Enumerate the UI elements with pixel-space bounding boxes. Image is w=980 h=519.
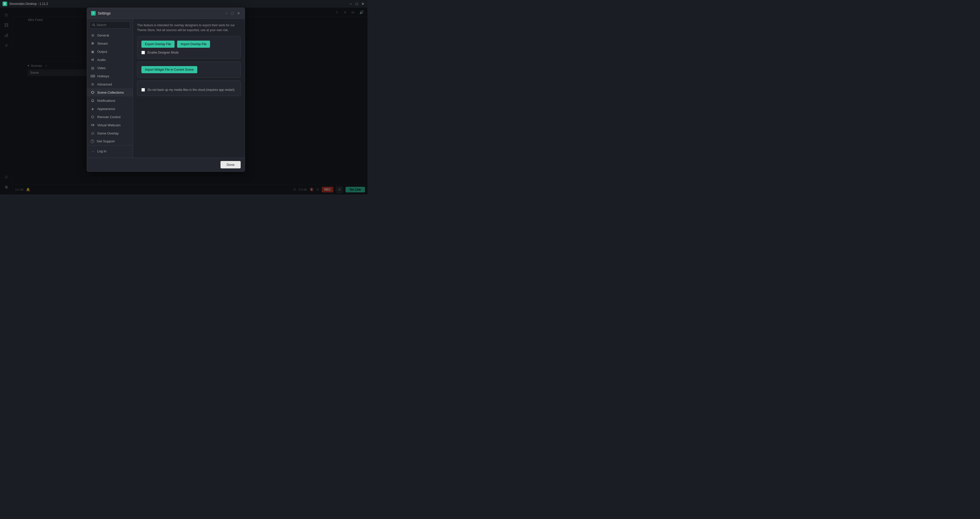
login-label: Log In [97,149,107,153]
stream-nav-label: Stream [97,41,108,45]
settings-nav-virtual-webcam[interactable]: Virtual Webcam [87,121,133,129]
settings-nav-video[interactable]: ▤ Video [87,64,133,72]
modal-close-button[interactable]: ✕ [237,11,241,15]
remote-control-nav-label: Remote Control [97,115,121,119]
appearance-nav-label: Appearance [97,107,115,111]
general-nav-label: General [97,33,109,37]
settings-sidebar-bottom: → Log In [87,145,133,155]
no-backup-row: Do not back up my media files in the clo… [142,88,236,92]
advanced-nav-icon: ⚙ [91,82,95,86]
settings-nav-get-support[interactable]: ? Get Support [87,137,133,145]
virtual-webcam-nav-label: Virtual Webcam [97,123,121,127]
designer-mode-checkbox[interactable] [142,51,145,54]
notifications-nav-icon [91,99,95,103]
scene-collections-nav-icon [91,90,95,94]
hotkeys-nav-label: Hotkeys [97,74,109,78]
general-nav-icon: ⊞ [91,33,95,37]
designer-mode-label: Enable Designer Mode [148,51,179,54]
virtual-webcam-nav-icon [91,123,95,127]
hotkeys-nav-icon: ⌨ [91,74,95,78]
login-icon: → [91,149,95,153]
settings-nav-appearance[interactable]: ◈ Appearance [87,105,133,113]
app-titlebar-controls: − □ ✕ [348,2,365,6]
audio-nav-icon [91,58,95,62]
notifications-nav-label: Notifications [97,99,115,103]
modal-titlebar: S Settings − □ ✕ [87,8,245,19]
svg-point-19 [92,116,94,118]
settings-search-container [89,21,130,29]
done-button[interactable]: Done [221,161,241,169]
get-support-nav-icon: ? [91,140,94,143]
settings-nav-scene-collections[interactable]: Scene Collections [87,88,133,96]
modal-titlebar-controls: − □ ✕ [224,11,241,15]
maximize-button[interactable]: □ [355,2,359,6]
widget-file-card: Import Widget File in Current Scene [137,62,241,78]
overlay-file-card: Export Overlay File Import Overlay File … [137,36,241,59]
appearance-nav-icon: ◈ [91,107,95,111]
export-overlay-button[interactable]: Export Overlay File [142,41,175,48]
svg-point-16 [92,43,93,44]
app-titlebar: S Streamlabs Desktop - 1.11.2 − □ ✕ [0,0,368,8]
modal-footer: Done [87,158,245,172]
modal-title: Settings [98,11,111,15]
settings-nav-output[interactable]: ▣ Output [87,48,133,56]
advanced-nav-label: Advanced [97,83,112,86]
audio-nav-label: Audio [97,58,106,62]
settings-nav-audio[interactable]: Audio [87,56,133,64]
game-overlay-nav-label: Game Overlay [97,131,119,135]
scene-collections-nav-label: Scene Collections [97,91,124,94]
import-widget-button[interactable]: Import Widget File in Current Scene [142,66,197,73]
designer-mode-row: Enable Designer Mode [142,51,236,54]
svg-point-13 [93,24,94,26]
minimize-button[interactable]: − [348,2,353,6]
overlay-buttons-row: Export Overlay File Import Overlay File [142,41,236,48]
svg-rect-17 [92,59,92,60]
modal-minimize-button[interactable]: − [224,11,228,15]
modal-body: ⊞ General Stream ▣ Output [87,19,245,158]
no-backup-label: Do not back up my media files in the clo… [148,88,234,92]
no-backup-checkbox[interactable] [142,88,145,92]
app-logo: S [3,2,7,6]
svg-marker-21 [94,124,94,126]
app-title: Streamlabs Desktop - 1.11.2 [9,2,48,6]
svg-rect-20 [91,124,94,126]
close-button[interactable]: ✕ [361,2,365,6]
no-backup-card: Do not back up my media files in the clo… [137,81,241,96]
modal-overlay: S Settings − □ ✕ ⊞ General [0,8,368,194]
search-icon [92,24,95,27]
output-nav-label: Output [97,50,107,54]
video-nav-label: Video [97,66,106,70]
settings-sidebar: ⊞ General Stream ▣ Output [87,19,133,158]
stream-nav-icon [91,41,95,45]
settings-search-input[interactable] [97,23,127,27]
settings-nav-stream[interactable]: Stream [87,39,133,48]
info-text: This feature is intended for overlay des… [137,23,241,33]
get-support-nav-label: Get Support [97,139,115,143]
settings-nav-login[interactable]: → Log In [87,147,133,155]
remote-control-nav-icon [91,115,95,119]
svg-marker-18 [91,91,94,94]
settings-nav-remote-control[interactable]: Remote Control [87,113,133,121]
settings-nav-hotkeys[interactable]: ⌨ Hotkeys [87,72,133,80]
settings-content: This feature is intended for overlay des… [133,19,245,158]
settings-nav-game-overlay[interactable]: ⊡ Game Overlay [87,129,133,137]
import-overlay-button[interactable]: Import Overlay File [177,41,210,48]
video-nav-icon: ▤ [91,66,95,70]
svg-line-14 [94,25,95,26]
settings-nav-notifications[interactable]: Notifications [87,96,133,105]
settings-modal: S Settings − □ ✕ ⊞ General [87,8,245,172]
output-nav-icon: ▣ [91,49,95,54]
settings-nav-general[interactable]: ⊞ General [87,31,133,39]
modal-logo: S [91,11,96,16]
game-overlay-nav-icon: ⊡ [91,131,95,135]
settings-nav-advanced[interactable]: ⚙ Advanced [87,80,133,88]
modal-maximize-button[interactable]: □ [231,11,234,15]
